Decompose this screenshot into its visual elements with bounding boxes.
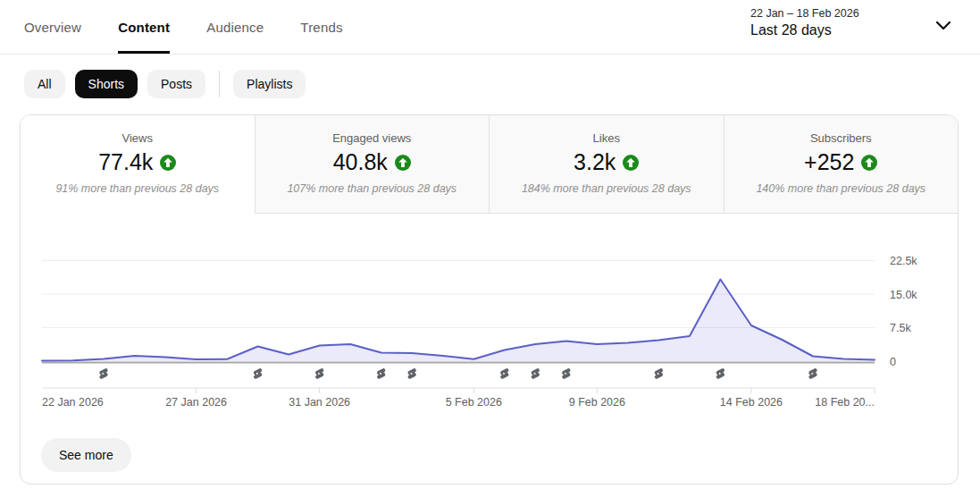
metric-label: Engaged views [255,131,490,145]
shorts-marker-icon [254,368,262,379]
trend-up-icon [395,155,411,171]
trend-up-icon [623,155,639,171]
tab-trends[interactable]: Trends [300,0,342,54]
x-axis-tick-label: 9 Feb 2026 [569,396,625,409]
y-axis-tick-label: 15.0k [890,289,917,301]
shorts-marker-icon [655,368,663,379]
see-more-button[interactable]: See more [41,438,131,472]
metric-value: 77.4k [21,149,255,175]
x-axis-tick-label: 22 Jan 2026 [42,396,104,409]
metric-tab-views[interactable]: Views 77.4k 91% more than previous 28 da… [21,115,255,214]
metric-tab-engaged-views[interactable]: Engaged views 40.8k 107% more than previ… [255,115,490,214]
shorts-marker-icon [315,368,323,379]
y-axis-tick-label: 7.5k [890,322,911,334]
x-axis-tick-label: 5 Feb 2026 [446,396,502,409]
x-axis-tick-label: 31 Jan 2026 [289,396,350,409]
metric-tab-subscribers[interactable]: Subscribers +252 140% more than previous… [724,115,959,214]
date-preset-text: Last 28 days [750,21,859,40]
metric-value: +252 [725,149,959,175]
metric-tabs-row: Views 77.4k 91% more than previous 28 da… [21,115,958,214]
trend-up-icon [861,155,877,171]
content-type-filter-row: All Shorts Posts Playlists [24,70,306,98]
chip-group-divider [219,71,220,97]
x-axis-tick-label: 14 Feb 2026 [720,396,783,409]
metric-label: Likes [490,131,724,145]
views-line-chart: 07.5k15.0k22.5k22 Jan 202627 Jan 202631 … [21,214,958,419]
date-range-selector[interactable]: 22 Jan – 18 Feb 2026 Last 28 days [750,6,859,40]
analytics-card: Views 77.4k 91% more than previous 28 da… [20,114,959,485]
shorts-marker-icon [99,368,107,379]
chip-posts[interactable]: Posts [147,70,205,98]
chip-playlists[interactable]: Playlists [233,70,306,98]
tab-overview[interactable]: Overview [24,0,81,54]
x-axis-tick-label: 27 Jan 2026 [165,396,227,409]
metric-delta: 107% more than previous 28 days [255,182,490,195]
shorts-marker-icon [408,368,416,379]
series-area-fill [42,280,875,362]
metric-value: 40.8k [255,149,490,175]
metric-delta: 184% more than previous 28 days [490,182,724,195]
tab-content[interactable]: Content [118,0,170,54]
metric-label: Subscribers [725,131,959,145]
chevron-down-icon[interactable] [933,14,954,36]
metric-tab-likes[interactable]: Likes 3.2k 184% more than previous 28 da… [489,115,724,214]
shorts-marker-icon [500,368,508,379]
shorts-marker-icon [562,368,570,379]
metric-value: 3.2k [490,149,724,175]
y-axis-tick-label: 22.5k [890,255,917,267]
shorts-marker-icon [808,368,817,379]
date-range-text: 22 Jan – 18 Feb 2026 [750,6,859,21]
shorts-marker-icon [716,368,725,379]
shorts-marker-icon [532,368,540,379]
y-axis-tick-label: 0 [890,356,896,368]
metric-delta: 91% more than previous 28 days [21,182,255,195]
metric-label: Views [21,131,255,145]
x-axis-tick-label: 18 Feb 20... [815,396,875,409]
metric-delta: 140% more than previous 28 days [725,182,959,195]
chip-all[interactable]: All [24,70,65,98]
tab-audience[interactable]: Audience [206,0,264,54]
shorts-marker-icon [377,368,385,379]
trend-up-icon [160,155,176,171]
chip-shorts[interactable]: Shorts [75,70,138,98]
